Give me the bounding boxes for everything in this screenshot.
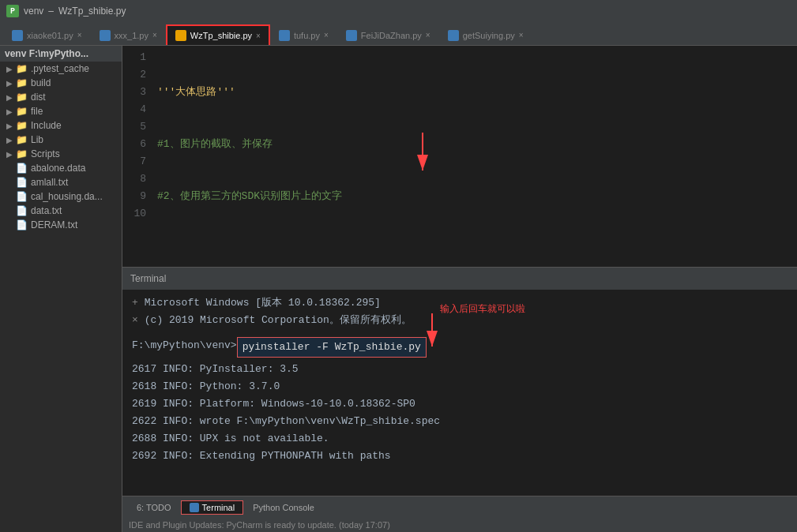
tab-close-tufu[interactable]: ×	[324, 31, 329, 39]
tab-label-feiji: FeiJiDaZhan.py	[361, 31, 422, 40]
terminal-header: Terminal	[122, 268, 797, 290]
terminal-line-blank	[132, 329, 788, 337]
tab-tufu[interactable]: tufu.py ×	[270, 24, 337, 45]
status-tab-terminal[interactable]: Terminal	[181, 500, 244, 515]
file-icon: 📄	[16, 191, 28, 202]
title-filename: WzTp_shibie.py	[58, 6, 126, 17]
sidebar-label-pytest-cache: .pytest_cache	[31, 63, 89, 74]
editor-area[interactable]: 1 2 3 4 5 6 7 8 9 10 '''大体思路''' #1、图片的截取…	[122, 46, 797, 267]
sidebar-item-data[interactable]: 📄 data.txt	[0, 204, 122, 218]
terminal-line-5: 2619 INFO: Platform: Windows-10-10.0.183…	[132, 395, 788, 413]
sidebar-item-calhousing[interactable]: 📄 cal_housing.da...	[0, 189, 122, 204]
sidebar-item-deram[interactable]: 📄 DERAM.txt	[0, 218, 122, 232]
sidebar-item-build[interactable]: ▶ 📁 build	[0, 76, 122, 90]
code-line-1: '''大体思路'''	[157, 84, 791, 101]
terminal-text-1: Microsoft Windows [版本 10.0.18362.295]	[145, 294, 381, 312]
sidebar-label-lib: Lib	[31, 134, 43, 145]
line-numbers: 1 2 3 4 5 6 7 8 9 10	[122, 46, 151, 267]
arrow-icon: ▶	[6, 93, 13, 102]
arrow-icon: ▶	[6, 65, 13, 73]
folder-icon: 📁	[16, 92, 28, 103]
tab-close-xxx1[interactable]: ×	[152, 31, 157, 39]
terminal-text-5: 2619 INFO: Platform: Windows-10-10.0.183…	[132, 395, 415, 413]
terminal-line-7: 2688 INFO: UPX is not available.	[132, 430, 788, 448]
tab-icon-xiaoke01	[12, 30, 23, 41]
tab-label-xiaoke01: xiaoke01.py	[27, 31, 73, 40]
arrow-icon: ▶	[6, 150, 13, 159]
terminal-text-3: 2617 INFO: PyInstaller: 3.5	[132, 361, 299, 378]
sidebar-label-abalone: abalone.data	[31, 163, 85, 174]
terminal-text-6: 2622 INFO: wrote F:\myPython\venv\WzTp_s…	[132, 413, 440, 430]
code-line-2: #1、图片的截取、并保存	[157, 136, 791, 153]
python-console-label: Python Console	[253, 503, 314, 512]
bottom-hint: IDE and Plugin Updates: PyCharm is ready…	[122, 518, 797, 532]
sidebar-item-dist[interactable]: ▶ 📁 dist	[0, 90, 122, 104]
sidebar-item-file[interactable]: ▶ 📁 file	[0, 104, 122, 118]
terminal-area: Terminal + Microsoft Windows [版本 10.0.18…	[122, 267, 797, 496]
tab-getsuiying[interactable]: getSuiying.py ×	[439, 24, 532, 45]
tab-label-xxx1: xxx_1.py	[115, 31, 148, 40]
sidebar-label-data: data.txt	[31, 205, 62, 216]
terminal-line-8: 2692 INFO: Extending PYTHONPATH with pat…	[132, 448, 788, 465]
code-line-4	[157, 240, 791, 257]
tab-label-getsuiying: getSuiying.py	[463, 31, 515, 40]
tab-close-getsuiying[interactable]: ×	[519, 31, 524, 39]
tab-label-wztp: WzTp_shibie.py	[190, 31, 252, 40]
folder-icon: 📁	[16, 120, 28, 131]
folder-icon: 📁	[16, 134, 28, 145]
tab-wztp[interactable]: WzTp_shibie.py ×	[166, 24, 270, 45]
sidebar-item-amlall[interactable]: 📄 amlall.txt	[0, 175, 122, 189]
sidebar-label-file: file	[31, 106, 43, 117]
arrow-icon: ▶	[6, 136, 13, 144]
sidebar-item-include[interactable]: ▶ 📁 Include	[0, 118, 122, 133]
tab-icon-getsuiying	[448, 30, 459, 41]
terminal-cmd-highlight: pyinstaller -F WzTp_shibie.py	[237, 337, 427, 358]
app-icon: P	[6, 5, 19, 17]
terminal-text-7: 2688 INFO: UPX is not available.	[132, 430, 329, 448]
status-tab-python-console[interactable]: Python Console	[245, 501, 322, 514]
tab-label-tufu: tufu.py	[294, 31, 320, 40]
status-tab-todo[interactable]: 6: TODO	[129, 501, 179, 514]
title-env: venv	[24, 6, 43, 17]
sidebar-item-scripts[interactable]: ▶ 📁 Scripts	[0, 147, 122, 161]
sidebar-label-scripts: Scripts	[31, 148, 60, 159]
code-area[interactable]: '''大体思路''' #1、图片的截取、并保存 #2、使用第三方的SDK识别图片…	[151, 46, 797, 267]
tab-feiji[interactable]: FeiJiDaZhan.py ×	[337, 24, 439, 45]
sidebar-label-deram: DERAM.txt	[31, 219, 77, 230]
folder-icon: 📁	[16, 77, 28, 88]
arrow-icon: ▶	[6, 122, 13, 130]
sidebar: venv F:\myPytho... ▶ 📁 .pytest_cache ▶ 📁…	[0, 46, 122, 532]
terminal-line-1: + Microsoft Windows [版本 10.0.18362.295]	[132, 294, 788, 312]
file-icon: 📄	[16, 205, 28, 216]
file-icon: 📄	[16, 177, 28, 188]
status-bar: 6: TODO Terminal Python Console	[122, 496, 797, 518]
tab-icon-tufu	[279, 30, 290, 41]
terminal-tab-label[interactable]: Terminal	[130, 273, 166, 284]
bottom-hint-text: IDE and Plugin Updates: PyCharm is ready…	[129, 520, 390, 530]
terminal-text-2: (c) 2019 Microsoft Corporation。保留所有权利。	[145, 312, 412, 329]
sidebar-label-calhousing: cal_housing.da...	[31, 191, 103, 202]
terminal-body[interactable]: + Microsoft Windows [版本 10.0.18362.295] …	[122, 290, 797, 496]
tab-xxx1[interactable]: xxx_1.py ×	[91, 24, 166, 45]
sidebar-label-build: build	[31, 77, 51, 88]
title-separator: –	[48, 6, 54, 17]
sidebar-root: venv F:\myPytho...	[0, 46, 122, 62]
tab-xiaoke01[interactable]: xiaoke01.py ×	[3, 24, 91, 45]
tab-close-feiji[interactable]: ×	[426, 31, 430, 39]
sidebar-item-pytest-cache[interactable]: ▶ 📁 .pytest_cache	[0, 62, 122, 76]
terminal-text-8: 2692 INFO: Extending PYTHONPATH with pat…	[132, 448, 391, 465]
tab-close-xiaoke01[interactable]: ×	[77, 31, 82, 39]
arrow-icon: ▶	[6, 79, 13, 88]
main-area: venv F:\myPytho... ▶ 📁 .pytest_cache ▶ 📁…	[0, 46, 797, 532]
terminal-status-icon	[190, 503, 199, 512]
terminal-tab-status-label: Terminal	[202, 503, 235, 512]
tab-close-wztp[interactable]: ×	[256, 32, 261, 40]
sidebar-label-amlall: amlall.txt	[31, 177, 68, 188]
terminal-line-3: 2617 INFO: PyInstaller: 3.5	[132, 361, 788, 378]
sidebar-item-abalone[interactable]: 📄 abalone.data	[0, 161, 122, 175]
terminal-prefix-1: +	[132, 294, 138, 312]
terminal-line-2: × (c) 2019 Microsoft Corporation。保留所有权利。	[132, 312, 788, 329]
terminal-text-4: 2618 INFO: Python: 3.7.0	[132, 378, 280, 395]
tab-icon-feiji	[346, 30, 357, 41]
sidebar-item-lib[interactable]: ▶ 📁 Lib	[0, 133, 122, 147]
